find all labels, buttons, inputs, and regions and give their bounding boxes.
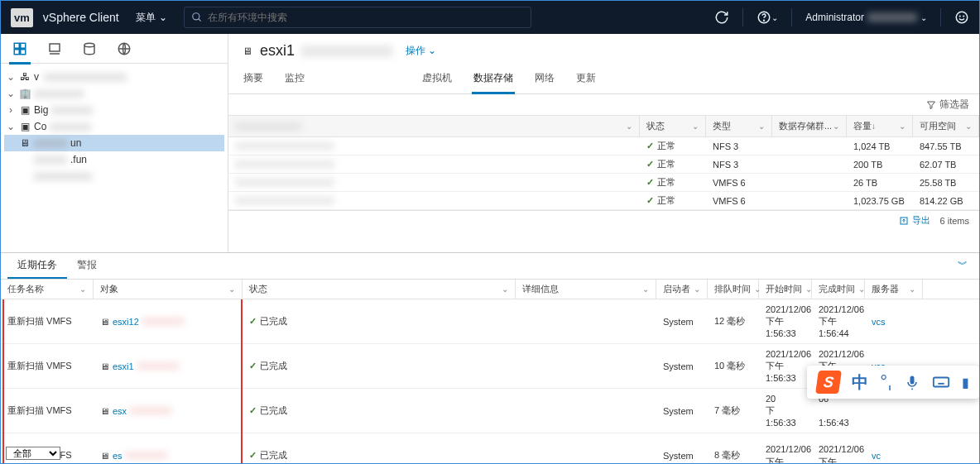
tcol-start[interactable]: 开始时间⌄ — [759, 280, 812, 299]
vms-view-icon[interactable] — [46, 40, 64, 58]
tcol-details[interactable]: 详细信息⌄ — [516, 280, 656, 299]
tree-cluster-1[interactable]: ›▣Big — [4, 102, 224, 118]
svg-rect-11 — [50, 44, 60, 51]
export-button[interactable]: 导出 — [899, 214, 930, 227]
tree-root[interactable]: ⌄🖧v — [4, 69, 224, 85]
tcol-server[interactable]: 服务器⌄ — [865, 280, 923, 299]
svg-point-3 — [764, 20, 765, 21]
datacenter-icon: 🏢 — [19, 88, 31, 99]
tab-summary[interactable]: 摘要 — [242, 66, 265, 93]
host-icon: 🖥 — [100, 317, 109, 327]
svg-line-1 — [198, 19, 200, 22]
cluster-icon: ▣ — [19, 104, 31, 116]
table-row[interactable]: ✓正常 NFS 3 200 TB 62.07 TB — [228, 155, 979, 174]
tcol-object[interactable]: 对象⌄ — [94, 280, 243, 299]
user-button[interactable]: Administrator ⌄ — [805, 12, 927, 23]
ime-mode-label[interactable]: 中 — [852, 371, 868, 394]
tab-recent-tasks[interactable]: 近期任务 — [7, 253, 67, 279]
svg-rect-9 — [14, 49, 19, 54]
tree-host-1[interactable]: 🖥un — [4, 135, 224, 151]
col-free[interactable]: 可用空间⌄ — [913, 116, 979, 136]
grid-header-row: ⌄ 状态⌄ 类型⌄ 数据存储群...⌄ 容量↓⌄ 可用空间⌄ — [228, 116, 979, 137]
datastore-grid: ⌄ 状态⌄ 类型⌄ 数据存储群...⌄ 容量↓⌄ 可用空间⌄ ✓正常 NFS 3… — [228, 115, 979, 230]
topbar: vm vSphere Client 菜单 ⌄ ⌄ Administrator ⌄ — [1, 1, 979, 34]
chevron-down-icon: ⌄ — [159, 12, 167, 23]
brand-label: vSphere Client — [43, 11, 119, 24]
svg-rect-10 — [21, 49, 26, 54]
tasks-header-row: 任务名称⌄ 对象⌄ 状态⌄ 详细信息⌄ 启动者⌄ 排队时间⌄ 开始时间⌄ 完成时… — [1, 280, 979, 299]
tree-datacenter[interactable]: ⌄🏢 — [4, 85, 224, 102]
inventory-tree: ⌄🖧v ⌄🏢 ›▣Big ⌄▣Co 🖥un .fun — [1, 64, 228, 189]
filter-icon[interactable] — [926, 99, 936, 111]
ime-toolbar[interactable]: S 中 °ˌ ▮ — [807, 366, 979, 399]
refresh-icon[interactable] — [714, 10, 729, 25]
keyboard-icon[interactable] — [932, 373, 950, 391]
col-capacity[interactable]: 容量↓⌄ — [847, 116, 913, 136]
tree-host-2[interactable]: .fun — [4, 151, 224, 168]
svg-rect-7 — [14, 43, 19, 48]
ime-more-icon[interactable]: ▮ — [962, 375, 969, 390]
svg-rect-16 — [934, 378, 949, 387]
filter-label[interactable]: 筛选器 — [939, 98, 969, 112]
tab-hidden2[interactable] — [372, 66, 402, 93]
smiley-icon[interactable] — [954, 10, 969, 25]
menu-button[interactable]: 菜单 ⌄ — [129, 7, 174, 28]
vcenter-icon: 🖧 — [19, 71, 31, 83]
tab-updates[interactable]: 更新 — [574, 66, 598, 93]
host-icon: 🖥 — [100, 451, 109, 461]
tab-vms[interactable]: 虚拟机 — [420, 66, 454, 93]
content-header: 🖥 esxi1 操作 ⌄ — [228, 34, 979, 60]
user-label: Administrator — [805, 12, 864, 23]
table-row[interactable]: ✓正常 NFS 3 1,024 TB 847.55 TB — [228, 137, 979, 155]
tab-bar: 摘要 监控 虚拟机 数据存储 网络 更新 — [228, 60, 979, 94]
help-icon[interactable]: ⌄ — [757, 10, 778, 25]
col-status[interactable]: 状态⌄ — [640, 116, 706, 136]
cluster-icon: ▣ — [19, 121, 31, 132]
menu-label: 菜单 — [136, 11, 156, 25]
task-row[interactable]: 重新扫描 VMFS 🖥esxi12 ✓已完成 System 12 毫秒 2021… — [1, 299, 979, 344]
network-view-icon[interactable] — [115, 40, 133, 58]
svg-point-0 — [192, 13, 199, 20]
tasks-tabs: 近期任务 警报 ︾ — [1, 253, 979, 280]
col-cluster[interactable]: 数据存储群...⌄ — [772, 116, 847, 136]
vmware-logo: vm — [11, 8, 33, 27]
content-area: 🖥 esxi1 操作 ⌄ 摘要 监控 虚拟机 数据存储 网络 更新 筛选器 — [228, 34, 979, 252]
tcol-queue[interactable]: 排队时间⌄ — [708, 280, 759, 299]
tasks-filter-select[interactable]: 全部 — [6, 447, 60, 460]
svg-point-4 — [956, 12, 968, 23]
search-input[interactable] — [208, 12, 524, 23]
mic-icon[interactable] — [904, 374, 920, 390]
collapse-icon[interactable]: ︾ — [953, 253, 973, 279]
table-row[interactable]: ✓正常 VMFS 6 26 TB 25.58 TB — [228, 174, 979, 192]
hosts-view-icon[interactable] — [11, 40, 29, 58]
main-split: ⌄🖧v ⌄🏢 ›▣Big ⌄▣Co 🖥un .fun 🖥 esxi1 操作 ⌄ … — [1, 34, 979, 252]
page-title: esxi1 — [260, 42, 295, 60]
col-type[interactable]: 类型⌄ — [706, 116, 772, 136]
svg-point-5 — [959, 16, 960, 17]
host-icon: 🖥 — [242, 45, 253, 57]
tab-alarms[interactable]: 警报 — [67, 253, 107, 279]
tab-hidden1[interactable] — [324, 66, 354, 93]
col-name[interactable]: ⌄ — [228, 116, 640, 136]
global-search[interactable] — [184, 7, 531, 28]
tcol-initiator[interactable]: 启动者⌄ — [656, 280, 708, 299]
tcol-status[interactable]: 状态⌄ — [243, 280, 516, 299]
task-row[interactable]: 重新扫描 VMFS 🖥es ✓已完成 System 8 毫秒 2021/12/0… — [1, 433, 979, 463]
actions-menu[interactable]: 操作 ⌄ — [406, 44, 436, 58]
host-icon — [19, 170, 31, 182]
storage-view-icon[interactable] — [80, 40, 98, 58]
tab-monitor[interactable]: 监控 — [283, 66, 306, 93]
tree-host-3[interactable] — [4, 168, 224, 184]
svg-point-6 — [963, 16, 964, 17]
tab-networks[interactable]: 网络 — [533, 66, 556, 93]
tcol-name[interactable]: 任务名称⌄ — [1, 280, 94, 299]
tree-cluster-2[interactable]: ⌄▣Co — [4, 118, 224, 135]
tcol-end[interactable]: 完成时间⌄ — [812, 280, 865, 299]
sogou-logo-icon: S — [815, 371, 842, 394]
topbar-right: ⌄ Administrator ⌄ — [714, 8, 969, 26]
table-row[interactable]: ✓正常 VMFS 6 1,023.75 GB 814.22 GB — [228, 192, 979, 210]
host-icon: 🖥 — [100, 406, 109, 416]
tab-datastores[interactable]: 数据存储 — [472, 66, 515, 94]
nav-modes — [1, 34, 228, 64]
search-icon — [191, 12, 203, 24]
